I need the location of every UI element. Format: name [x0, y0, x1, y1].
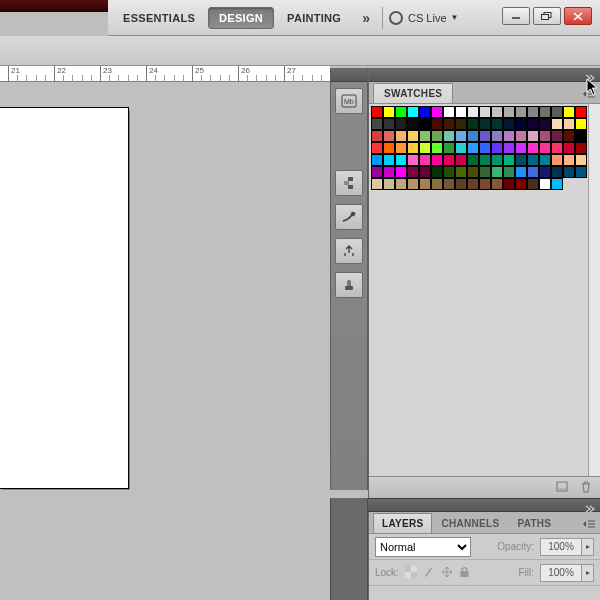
swatch[interactable]: [407, 130, 419, 142]
swatch[interactable]: [479, 178, 491, 190]
swatch[interactable]: [563, 166, 575, 178]
swatch[interactable]: [407, 106, 419, 118]
swatch[interactable]: [467, 154, 479, 166]
blend-mode-select[interactable]: Normal: [375, 537, 471, 557]
document-canvas[interactable]: [0, 108, 128, 488]
swatch[interactable]: [491, 142, 503, 154]
opacity-flyout-icon[interactable]: ▸: [582, 538, 594, 556]
history-icon[interactable]: [335, 170, 363, 196]
close-button[interactable]: [564, 7, 592, 25]
swatch[interactable]: [443, 142, 455, 154]
swatch[interactable]: [503, 142, 515, 154]
swatch[interactable]: [551, 178, 563, 190]
swatch[interactable]: [383, 178, 395, 190]
swatch[interactable]: [431, 130, 443, 142]
swatch[interactable]: [575, 166, 587, 178]
swatch[interactable]: [419, 118, 431, 130]
lock-all-icon[interactable]: [459, 566, 470, 580]
swatch[interactable]: [443, 118, 455, 130]
swatch[interactable]: [479, 130, 491, 142]
swatch[interactable]: [431, 178, 443, 190]
swatch[interactable]: [383, 154, 395, 166]
swatch[interactable]: [431, 118, 443, 130]
swatch[interactable]: [527, 130, 539, 142]
swatch[interactable]: [443, 154, 455, 166]
swatch[interactable]: [371, 130, 383, 142]
swatch[interactable]: [443, 106, 455, 118]
swatch[interactable]: [467, 106, 479, 118]
new-swatch-icon[interactable]: [556, 479, 570, 497]
tab-channels[interactable]: CHANNELS: [432, 513, 508, 533]
swatch[interactable]: [419, 142, 431, 154]
swatch[interactable]: [527, 142, 539, 154]
swatch[interactable]: [455, 166, 467, 178]
swatch[interactable]: [491, 166, 503, 178]
swatch[interactable]: [455, 154, 467, 166]
swatch[interactable]: [527, 166, 539, 178]
lock-transparency-icon[interactable]: [405, 566, 417, 580]
delete-swatch-icon[interactable]: [580, 479, 592, 497]
swatch[interactable]: [455, 178, 467, 190]
swatch[interactable]: [503, 178, 515, 190]
swatch[interactable]: [527, 154, 539, 166]
swatch[interactable]: [419, 154, 431, 166]
swatch[interactable]: [575, 142, 587, 154]
swatch[interactable]: [539, 106, 551, 118]
swatch[interactable]: [479, 142, 491, 154]
panel-grip[interactable]: [369, 68, 600, 82]
swatch[interactable]: [479, 166, 491, 178]
swatch[interactable]: [455, 130, 467, 142]
swatch[interactable]: [479, 106, 491, 118]
swatch[interactable]: [491, 130, 503, 142]
swatch[interactable]: [539, 142, 551, 154]
workspace-design[interactable]: DESIGN: [208, 7, 274, 29]
swatch[interactable]: [527, 178, 539, 190]
swatch[interactable]: [455, 118, 467, 130]
brush-icon[interactable]: [335, 204, 363, 230]
panel-flyout-menu-icon[interactable]: [582, 516, 596, 534]
swatch[interactable]: [515, 166, 527, 178]
opacity-value[interactable]: 100%: [540, 538, 582, 556]
swatch[interactable]: [467, 118, 479, 130]
tool-presets-icon[interactable]: [335, 272, 363, 298]
more-workspaces-button[interactable]: »: [354, 10, 376, 26]
swatch[interactable]: [563, 130, 575, 142]
swatch[interactable]: [491, 106, 503, 118]
swatch[interactable]: [395, 166, 407, 178]
swatch[interactable]: [467, 142, 479, 154]
swatch[interactable]: [467, 130, 479, 142]
swatch[interactable]: [515, 142, 527, 154]
swatch[interactable]: [431, 166, 443, 178]
swatch[interactable]: [515, 178, 527, 190]
swatch[interactable]: [395, 154, 407, 166]
workspace-essentials[interactable]: ESSENTIALS: [112, 7, 206, 29]
lock-position-icon[interactable]: [441, 566, 453, 580]
swatch[interactable]: [407, 118, 419, 130]
swatch[interactable]: [455, 106, 467, 118]
mini-bridge-icon[interactable]: Mb: [335, 88, 363, 114]
fill-value[interactable]: 100%: [540, 564, 582, 582]
swatch[interactable]: [419, 178, 431, 190]
swatch[interactable]: [395, 118, 407, 130]
swatch[interactable]: [551, 106, 563, 118]
swatch[interactable]: [575, 118, 587, 130]
swatch[interactable]: [383, 118, 395, 130]
swatch[interactable]: [395, 106, 407, 118]
swatch[interactable]: [371, 154, 383, 166]
swatch[interactable]: [371, 166, 383, 178]
swatch[interactable]: [551, 154, 563, 166]
clone-source-icon[interactable]: [335, 238, 363, 264]
swatch[interactable]: [551, 130, 563, 142]
swatch[interactable]: [575, 130, 587, 142]
swatch[interactable]: [455, 142, 467, 154]
swatch[interactable]: [515, 154, 527, 166]
swatch[interactable]: [503, 166, 515, 178]
swatch[interactable]: [491, 118, 503, 130]
swatch[interactable]: [371, 106, 383, 118]
swatch[interactable]: [551, 166, 563, 178]
swatch[interactable]: [431, 106, 443, 118]
swatch[interactable]: [371, 178, 383, 190]
swatch[interactable]: [503, 106, 515, 118]
swatch[interactable]: [539, 118, 551, 130]
panel-flyout-menu-icon[interactable]: [582, 86, 596, 104]
